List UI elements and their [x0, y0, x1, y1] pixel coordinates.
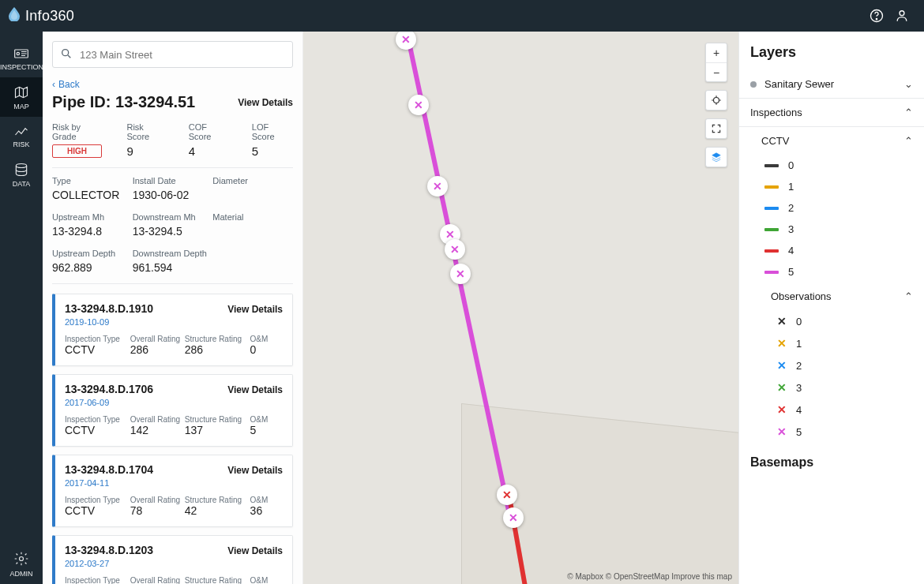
layer-label: Observations: [771, 290, 832, 302]
zoom-in-button[interactable]: +: [706, 43, 727, 62]
x-marker-icon: ✕: [456, 268, 465, 280]
view-details-pipe[interactable]: View Details: [238, 97, 293, 108]
attr-value: 13-3294.5: [133, 225, 213, 238]
svg-point-1: [876, 19, 877, 20]
nav-item-risk[interactable]: RISK: [0, 117, 43, 155]
map-marker[interactable]: ✕: [408, 95, 429, 115]
insp-field-label: Structure Rating: [185, 496, 250, 504]
back-link[interactable]: ‹ Back: [52, 79, 293, 90]
legend-swatch-line: [764, 249, 779, 253]
svg-point-7: [62, 50, 69, 56]
legend-label: 1: [796, 338, 802, 350]
insp-field-label: Overall Rating: [130, 335, 185, 343]
legend-item-cctv: 1: [739, 176, 924, 197]
legend-swatch-line: [764, 185, 779, 189]
inspection-date: 2012-03-27: [65, 559, 153, 568]
attr-label: Upstream Depth: [52, 249, 133, 258]
map-canvas[interactable]: ✕✕✕✕✕✕✕✕ + − © Mapbox © OpenStreetMap Im…: [303, 32, 738, 584]
insp-field-value: 42: [185, 504, 250, 517]
insp-field-label: Inspection Type: [65, 496, 130, 504]
fullscreen-button[interactable]: [706, 119, 727, 138]
layers-toggle-button[interactable]: [706, 148, 727, 167]
insp-field-label: Overall Rating: [130, 496, 185, 504]
nav-item-inspections[interactable]: INSPECTIONS: [0, 39, 43, 77]
legend-label: 4: [796, 404, 802, 416]
insp-field-value: 78: [130, 504, 185, 517]
nav-item-map[interactable]: MAP: [0, 77, 43, 117]
legend-swatch-line: [764, 271, 779, 274]
insp-field-label: Overall Rating: [130, 415, 185, 424]
insp-field-label: Overall Rating: [130, 576, 185, 584]
search-box: [52, 41, 293, 68]
insp-field-label: O&M: [250, 335, 283, 343]
attr-label: Material: [212, 212, 293, 222]
legend-item-cctv: 4: [739, 240, 924, 261]
legend-label: 3: [788, 223, 794, 235]
legend-item-observation: ✕0: [739, 310, 924, 332]
x-marker-icon: ✕: [777, 425, 787, 438]
map-marker[interactable]: ✕: [503, 507, 524, 528]
attr-label: Downstream Mh: [133, 212, 213, 222]
svg-point-8: [714, 98, 719, 103]
insp-field-label: Structure Rating: [185, 415, 250, 424]
inspection-card[interactable]: 13-3294.8.D.1704 2017-04-11 View Details…: [52, 455, 293, 527]
insp-field-value: 286: [185, 343, 250, 356]
nav-item-admin[interactable]: ADMIN: [0, 543, 43, 584]
insp-field-value: 286: [130, 343, 185, 356]
attr-value: 1930-06-02: [133, 189, 213, 201]
svg-point-2: [900, 11, 904, 16]
attr-value: 13-3294.8: [52, 225, 133, 238]
x-marker-icon: ✕: [414, 99, 423, 111]
locate-button[interactable]: [706, 91, 727, 110]
view-details-inspection[interactable]: View Details: [227, 465, 283, 476]
nav-item-label: INSPECTIONS: [0, 63, 43, 71]
view-details-inspection[interactable]: View Details: [227, 545, 283, 556]
account-icon[interactable]: [889, 3, 915, 28]
layer-label: Inspections: [750, 107, 802, 118]
map-attribution: © Mapbox © OpenStreetMap Improve this ma…: [567, 572, 732, 581]
legend-swatch-line: [764, 164, 779, 167]
legend-label: 0: [788, 159, 794, 171]
svg-point-5: [16, 164, 26, 168]
map-marker[interactable]: ✕: [450, 264, 471, 284]
x-marker-icon: ✕: [450, 243, 460, 256]
chevron-up-icon: ⌃: [904, 135, 913, 147]
chevron-up-icon: ⌃: [904, 290, 913, 302]
layer-observations[interactable]: Observations ⌃: [739, 283, 924, 310]
map-marker[interactable]: ✕: [427, 176, 448, 197]
nav-rail: INSPECTIONS MAP RISK DATA ADMIN: [0, 32, 43, 584]
x-marker-icon: ✕: [777, 337, 787, 350]
x-marker-icon: ✕: [401, 33, 411, 46]
pipe-title: Pipe ID: 13-3294.51: [52, 93, 195, 111]
x-marker-icon: ✕: [777, 381, 787, 394]
map-marker[interactable]: ✕: [396, 32, 416, 50]
layer-cctv[interactable]: CCTV ⌃: [739, 127, 924, 155]
lof-score-value: 5: [252, 144, 293, 158]
nav-item-data[interactable]: DATA: [0, 155, 43, 194]
map-marker[interactable]: ✕: [445, 239, 465, 260]
insp-field-value: 36: [250, 504, 283, 517]
zoom-control: + −: [705, 43, 727, 82]
view-details-inspection[interactable]: View Details: [227, 384, 283, 395]
svg-point-4: [17, 52, 19, 54]
legend-item-observation: ✕3: [739, 376, 924, 399]
help-icon[interactable]: [864, 3, 889, 28]
zoom-out-button[interactable]: −: [706, 62, 727, 81]
x-marker-icon: ✕: [502, 489, 512, 501]
layer-sanitary-sewer[interactable]: Sanitary Sewer ⌄: [739, 70, 924, 98]
attr-value: 961.594: [133, 261, 213, 274]
attr-label: Upstream Mh: [52, 212, 133, 222]
inspection-title: 13-3294.8.D.1704: [65, 463, 153, 476]
risk-score-value: 9: [126, 144, 167, 158]
risk-grade-label: Risk by Grade: [52, 122, 106, 141]
insp-field-value: 5: [250, 424, 283, 436]
view-details-inspection[interactable]: View Details: [227, 304, 283, 315]
layers-heading: Layers: [739, 32, 924, 70]
inspection-card[interactable]: 13-3294.8.D.1203 2012-03-27 View Details…: [52, 535, 293, 584]
inspection-card[interactable]: 13-3294.8.D.1910 2019-10-09 View Details…: [52, 294, 293, 366]
map-marker[interactable]: ✕: [497, 485, 517, 505]
back-label: Back: [58, 79, 80, 90]
search-input[interactable]: [52, 41, 293, 68]
layer-inspections-section[interactable]: Inspections ⌃: [739, 98, 924, 127]
inspection-card[interactable]: 13-3294.8.D.1706 2017-06-09 View Details…: [52, 374, 293, 447]
